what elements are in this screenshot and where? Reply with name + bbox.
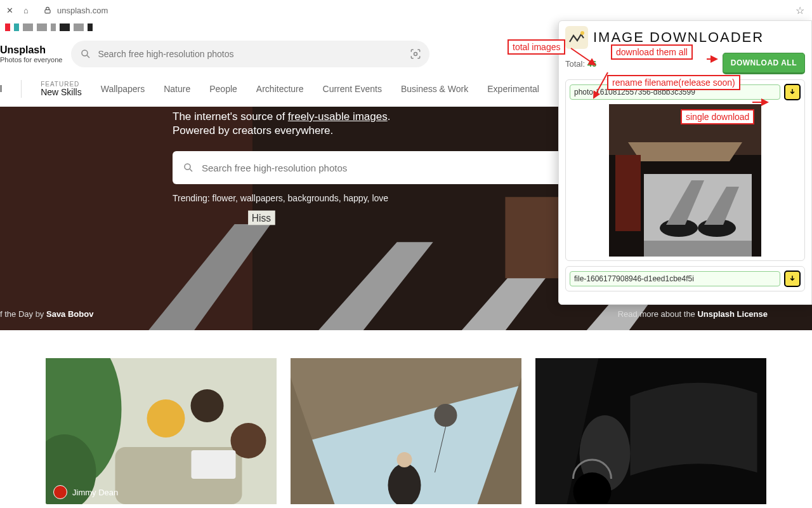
search-icon [80, 48, 91, 60]
svg-rect-48 [644, 241, 752, 257]
download-single-button[interactable] [784, 271, 801, 287]
bookmark-icon[interactable] [88, 23, 93, 31]
photo-card[interactable] [291, 358, 521, 504]
image-thumbnail[interactable] [609, 104, 761, 257]
photo-card[interactable]: Jimmy Dean [46, 358, 277, 504]
svg-point-38 [580, 31, 584, 35]
photo-grid: Jimmy Dean [0, 330, 812, 504]
annotation-single-download: single download [681, 109, 754, 124]
brand-tagline: Photos for everyone [0, 56, 62, 64]
svg-line-51 [594, 72, 608, 98]
nav-featured[interactable]: FEATURED New Skills [41, 81, 82, 97]
browser-toolbar: ✕ ⌂ unsplash.com ☆ [0, 0, 812, 20]
svg-point-17 [185, 164, 190, 170]
bookmark-icon[interactable] [74, 23, 84, 31]
bookmark-icon[interactable] [5, 23, 10, 31]
trending-links[interactable]: flower, wallpapers, backgrounds, happy, … [213, 193, 389, 203]
brand-name: Unsplash [0, 44, 62, 56]
hero-search-input[interactable] [202, 163, 556, 173]
svg-point-30 [435, 404, 457, 427]
photo-card[interactable] [535, 358, 766, 504]
bookmark-icon[interactable] [23, 23, 33, 31]
license-link[interactable]: Read more about the Unsplash License [618, 309, 768, 319]
svg-point-2 [414, 53, 417, 56]
download-single-button[interactable] [784, 84, 801, 100]
svg-rect-0 [45, 10, 50, 13]
svg-text:Hiss: Hiss [252, 213, 272, 224]
brand[interactable]: Unsplash Photos for everyone [0, 44, 62, 64]
trending: Trending: flower, wallpapers, background… [173, 193, 566, 203]
bookmark-icon[interactable] [60, 23, 70, 31]
svg-point-1 [82, 50, 88, 56]
nav-editorial[interactable]: l [0, 84, 2, 94]
hero-link-freely[interactable]: freely-usable images [288, 110, 388, 123]
svg-point-22 [147, 399, 185, 438]
hero-search[interactable] [173, 151, 566, 184]
bookmark-icon[interactable] [51, 23, 56, 31]
bookmark-icon[interactable] [37, 23, 47, 31]
url-text: unsplash.com [57, 6, 108, 15]
visual-search-icon[interactable] [408, 46, 423, 62]
svg-line-49 [571, 48, 595, 65]
svg-point-23 [191, 389, 224, 422]
arrow-icon [705, 53, 721, 65]
arrow-icon [570, 44, 601, 70]
annotation-total-images: total images [508, 39, 565, 55]
address-bar[interactable]: unsplash.com [37, 2, 790, 18]
nav-item[interactable]: Nature [164, 84, 190, 94]
home-icon[interactable]: ⌂ [20, 6, 32, 15]
divider [21, 80, 22, 98]
bookmark-icon[interactable] [14, 23, 19, 31]
hero-subhead: Powered by creators everywhere. [173, 124, 566, 137]
nav-item[interactable]: Architecture [256, 84, 304, 94]
nav-item[interactable]: People [209, 84, 237, 94]
svg-point-33 [397, 452, 412, 467]
svg-rect-25 [192, 450, 236, 479]
annotation-download-all: download them all [611, 44, 693, 60]
header-search[interactable] [71, 41, 429, 67]
svg-rect-42 [615, 155, 641, 231]
svg-point-24 [231, 423, 266, 458]
photo-of-day-credit[interactable]: f the Day by Sava Bobov [0, 309, 93, 319]
lock-icon [43, 6, 52, 15]
extension-title: Image downloader [593, 29, 764, 46]
search-icon [183, 162, 194, 173]
hero-headline: The internet's source of freely-usable i… [173, 110, 566, 123]
close-icon[interactable]: ✕ [4, 6, 15, 15]
nav-item[interactable]: Business & Work [401, 84, 468, 94]
image-item [565, 266, 805, 291]
photo-credit[interactable]: Jimmy Dean [53, 485, 118, 499]
nav-item[interactable]: Current Events [323, 84, 382, 94]
download-all-button[interactable]: DOWNLOAD ALL [723, 53, 805, 74]
arrow-icon [751, 97, 771, 108]
avatar-icon [53, 485, 67, 499]
annotation-rename: rename filename(release soon) [607, 75, 740, 90]
star-icon[interactable]: ☆ [796, 4, 804, 17]
nav-item[interactable]: Wallpapers [101, 84, 145, 94]
filename-input[interactable] [570, 271, 780, 286]
nav-item[interactable]: Experimental [487, 84, 539, 94]
search-input[interactable] [98, 49, 421, 59]
svg-marker-41 [628, 142, 742, 161]
